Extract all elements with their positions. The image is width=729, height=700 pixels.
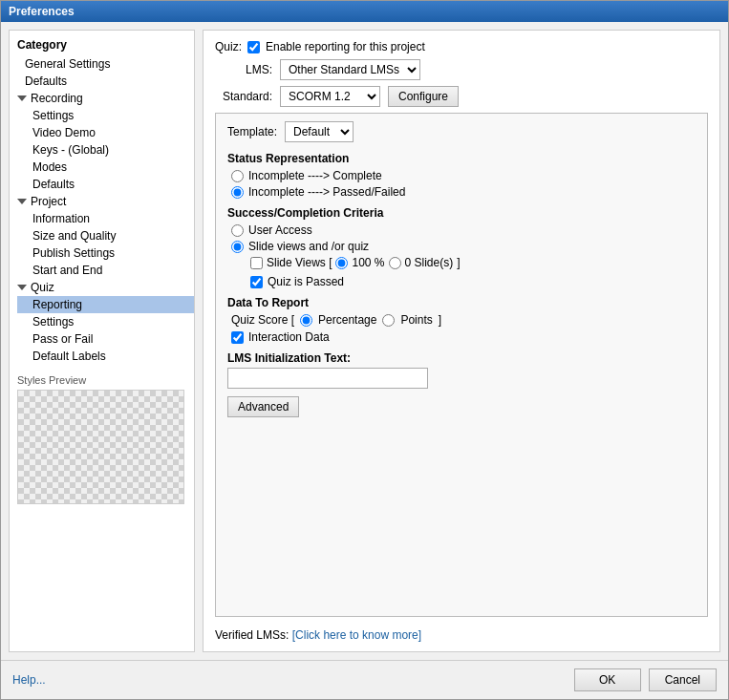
lms-label: LMS: (215, 63, 272, 76)
interaction-data-label: Interaction Data (248, 330, 330, 344)
data-to-report-title: Data To Report (227, 296, 696, 309)
ok-button[interactable]: OK (574, 668, 641, 691)
lms-select[interactable]: Other Standard LMSs SCORM 1.2 SCORM 2004… (280, 59, 420, 80)
sidebar-item-keys-global[interactable]: Keys - (Global) (17, 141, 194, 159)
project-expand-icon (17, 199, 27, 204)
sidebar-item-defaults-top[interactable]: Defaults (10, 73, 194, 90)
percentage-score-radio[interactable] (300, 314, 312, 327)
points-option-label: Points (400, 313, 432, 327)
slide-views-quiz-radio[interactable] (231, 241, 244, 253)
styles-preview-label: Styles Preview (17, 374, 186, 386)
incomplete-passed-failed-radio[interactable] (231, 186, 244, 199)
success-completion-group: User Access Slide views and /or quiz Sli… (227, 223, 696, 288)
percentage-value: 100 % (352, 256, 384, 269)
lms-row: LMS: Other Standard LMSs SCORM 1.2 SCORM… (215, 59, 708, 80)
slide-views-checkbox[interactable] (250, 257, 263, 269)
configure-button[interactable]: Configure (388, 86, 459, 107)
template-row: Template: Default Custom (227, 121, 696, 142)
sidebar-quiz-label: Quiz (31, 281, 54, 294)
user-access-radio[interactable] (231, 224, 244, 237)
sidebar-item-information[interactable]: Information (17, 210, 194, 227)
dialog-title: Preferences (9, 5, 75, 18)
settings-box: Template: Default Custom Status Represen… (215, 113, 708, 617)
template-label: Template: (227, 125, 277, 138)
quiz-is-passed-checkbox[interactable] (250, 276, 263, 288)
success-completion-title: Success/Completion Criteria (227, 206, 696, 220)
template-select[interactable]: Default Custom (285, 121, 354, 142)
quiz-score-row: Quiz Score [ Percentage Points ] (227, 313, 696, 327)
status-representation-group: Incomplete ----> Complete Incomplete ---… (227, 169, 696, 199)
percentage-option-label: Percentage (318, 313, 376, 327)
quiz-score-label: Quiz Score [ (231, 313, 294, 327)
lms-init-text-container (227, 368, 696, 389)
slides-count-label: 0 Slide(s) (405, 256, 454, 269)
advanced-button[interactable]: Advanced (227, 396, 299, 417)
sidebar-project-label: Project (31, 195, 66, 208)
lms-init-text-input[interactable] (227, 368, 428, 389)
cancel-button[interactable]: Cancel (649, 668, 717, 691)
recording-expand-icon (17, 95, 27, 101)
slide-views-bracket-close: ] (457, 256, 460, 269)
bottom-bar: Help... OK Cancel (1, 660, 728, 699)
sidebar-item-default-labels[interactable]: Default Labels (17, 348, 194, 365)
slides-count-radio[interactable] (389, 257, 401, 269)
sidebar-header: Category (10, 34, 194, 55)
verified-lms-link[interactable]: [Click here to know more] (292, 628, 421, 642)
interaction-data-row: Interaction Data (227, 330, 696, 344)
sidebar-item-publish-settings[interactable]: Publish Settings (17, 244, 194, 262)
incomplete-complete-label: Incomplete ----> Complete (248, 169, 382, 182)
styles-preview-box (17, 390, 184, 504)
interaction-data-checkbox[interactable] (231, 331, 244, 344)
user-access-label: User Access (248, 223, 312, 237)
help-link[interactable]: Help... (12, 673, 46, 687)
sidebar-item-general-settings[interactable]: General Settings (10, 55, 194, 73)
percentage-radio[interactable] (335, 257, 348, 269)
standard-row: Standard: SCORM 1.2 SCORM 2004 Configure (215, 86, 708, 107)
incomplete-passed-failed-label: Incomplete ----> Passed/Failed (248, 185, 405, 199)
standard-select[interactable]: SCORM 1.2 SCORM 2004 (280, 86, 380, 107)
quiz-label: Quiz: (215, 40, 242, 53)
standard-label: Standard: (215, 90, 272, 103)
incomplete-passed-failed-row: Incomplete ----> Passed/Failed (231, 185, 696, 199)
main-panel: Quiz: Enable reporting for this project … (203, 30, 720, 652)
points-score-radio[interactable] (382, 314, 395, 327)
sidebar-item-settings-quiz[interactable]: Settings (17, 313, 194, 330)
sidebar-group-quiz[interactable]: Quiz (10, 279, 194, 296)
quiz-expand-icon (17, 285, 27, 290)
user-access-row: User Access (231, 223, 696, 237)
sidebar-recording-sub: Settings Video Demo Keys - (Global) Mode… (10, 107, 194, 193)
incomplete-complete-row: Incomplete ----> Complete (231, 169, 696, 182)
sidebar-item-modes[interactable]: Modes (17, 159, 194, 176)
status-representation-title: Status Representation (227, 152, 696, 165)
slide-views-quiz-row: Slide views and /or quiz (231, 240, 696, 253)
quiz-is-passed-row: Quiz is Passed (231, 275, 696, 288)
preferences-dialog: Preferences Category General Settings De… (0, 0, 729, 700)
enable-reporting-checkbox[interactable] (247, 41, 260, 53)
sidebar-item-start-end[interactable]: Start and End (17, 262, 194, 279)
sidebar-recording-label: Recording (31, 92, 83, 105)
bottom-buttons: OK Cancel (574, 668, 717, 691)
quiz-score-bracket-close: ] (439, 313, 441, 327)
slide-views-quiz-label: Slide views and /or quiz (248, 240, 369, 253)
sidebar-group-project[interactable]: Project (10, 193, 194, 210)
quiz-is-passed-label: Quiz is Passed (268, 275, 344, 288)
sidebar-item-video-demo[interactable]: Video Demo (17, 124, 194, 141)
verified-lms-label: Verified LMSs: (215, 628, 289, 642)
quiz-header-row: Quiz: Enable reporting for this project (215, 40, 708, 53)
sidebar-quiz-sub: Reporting Settings Pass or Fail Default … (10, 296, 194, 365)
sidebar-item-reporting[interactable]: Reporting (17, 296, 194, 313)
lms-init-text-label: LMS Initialization Text: (227, 351, 696, 365)
sidebar-item-settings[interactable]: Settings (17, 107, 194, 124)
incomplete-complete-radio[interactable] (231, 170, 244, 182)
verified-lms-row: Verified LMSs: [Click here to know more] (215, 628, 708, 642)
sidebar-item-pass-fail[interactable]: Pass or Fail (17, 330, 194, 348)
sidebar-item-defaults-rec[interactable]: Defaults (17, 176, 194, 193)
title-bar: Preferences (1, 1, 728, 22)
slide-views-label: Slide Views [ (267, 256, 332, 269)
slide-views-sub-row: Slide Views [ 100 % 0 Slide(s) ] (231, 256, 696, 269)
sidebar-group-recording[interactable]: Recording (10, 90, 194, 107)
sidebar: Category General Settings Defaults Recor… (9, 30, 195, 652)
enable-reporting-label: Enable reporting for this project (266, 40, 425, 53)
sidebar-item-size-quality[interactable]: Size and Quality (17, 227, 194, 244)
sidebar-project-sub: Information Size and Quality Publish Set… (10, 210, 194, 279)
